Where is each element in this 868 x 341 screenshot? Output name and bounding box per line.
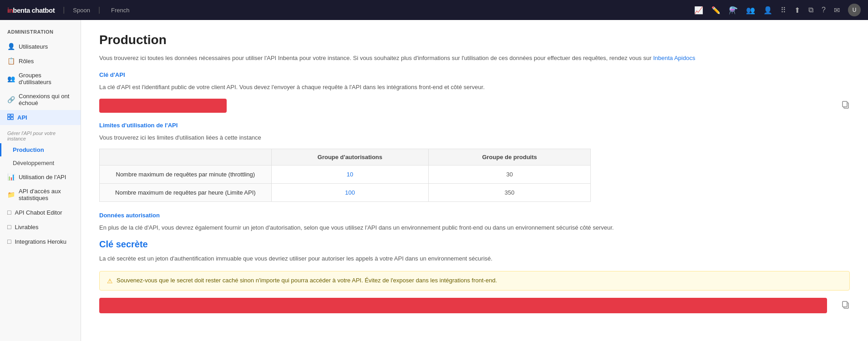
- svg-rect-2: [8, 117, 10, 120]
- layers-nav-icon[interactable]: ⧉: [808, 6, 813, 14]
- table-cell-auth-2: 100: [271, 184, 428, 202]
- nav-icon-group: 📈 ✏️ ⚗️ 👥 👤 ⠿ ⬆ ⧉ ? ✉ U: [694, 4, 861, 16]
- api-key-value: [99, 99, 227, 113]
- integrations-icon: □: [7, 238, 11, 245]
- svg-rect-0: [8, 114, 10, 116]
- sidebar-item-utilisation[interactable]: 📊 Utilisation de l'API: [0, 170, 81, 184]
- secret-key-bar: [99, 298, 850, 313]
- auth-desc: En plus de la clé d'API, vous devrez éga…: [99, 223, 850, 233]
- help-nav-icon[interactable]: ?: [822, 6, 826, 14]
- utilisation-icon: 📊: [7, 173, 15, 181]
- limits-desc: Vous trouverez ici les limites d'utilisa…: [99, 133, 850, 143]
- top-navigation: inbenta chatbot | Spoon | French 📈 ✏️ ⚗️…: [0, 0, 868, 20]
- table-cell-label-1: Nombre maximum de requêtes par minute (t…: [100, 165, 272, 184]
- sidebar-item-label: API: [17, 114, 27, 121]
- sidebar-item-label: API Chabot Editor: [15, 209, 62, 216]
- sidebar-item-integrations[interactable]: □ Integrations Heroku: [0, 234, 81, 249]
- sidebar-item-api-chatbot[interactable]: □ API Chabot Editor: [0, 205, 81, 220]
- sidebar: ADMINISTRATION 👤 Utilisateurs 📋 Rôles 👥 …: [0, 20, 81, 341]
- sidebar-sub-item-production[interactable]: Production: [0, 143, 81, 156]
- table-col-prod: Groupe de produits: [428, 149, 590, 165]
- limits-heading: Limites d'utilisation de l'API: [99, 122, 850, 129]
- api-key-desc: La clé d'API est l'identifiant public de…: [99, 83, 850, 92]
- sidebar-item-utilisateurs[interactable]: 👤 Utilisateurs: [0, 39, 81, 54]
- copy-api-key-button[interactable]: [842, 100, 850, 110]
- person-nav-icon[interactable]: 👤: [763, 6, 772, 15]
- page-title: Production: [99, 33, 850, 47]
- user-avatar[interactable]: U: [848, 4, 861, 16]
- upload-nav-icon[interactable]: ⬆: [794, 6, 800, 15]
- utilisateurs-icon: 👤: [7, 43, 15, 50]
- svg-rect-1: [11, 114, 13, 116]
- roles-icon: 📋: [7, 57, 15, 65]
- warning-box: ⚠ Souvenez-vous que le secret doit reste…: [99, 271, 850, 291]
- table-row: Nombre maximum de requêtes par minute (t…: [100, 165, 591, 184]
- warning-icon: ⚠: [107, 277, 113, 285]
- brand-logo-area: inbenta chatbot | Spoon | French: [7, 6, 130, 14]
- table-cell-prod-2: 350: [428, 184, 590, 202]
- api-key-bar: [99, 99, 850, 113]
- sidebar-item-livrables[interactable]: □ Livrables: [0, 220, 81, 234]
- flask-icon[interactable]: ⚗️: [729, 6, 738, 15]
- grid-nav-icon[interactable]: ⠿: [781, 6, 786, 15]
- sidebar-item-label: Rôles: [19, 58, 34, 65]
- apidocs-link[interactable]: Inbenta Apidocs: [653, 55, 695, 61]
- sidebar-item-label: Groupes d'utilisateurs: [19, 72, 73, 85]
- api-key-heading: Clé d'API: [99, 71, 850, 78]
- api-chatbot-icon: □: [7, 209, 11, 216]
- sidebar-item-connexions[interactable]: 🔗 Connexions qui ont échoué: [0, 89, 81, 110]
- livrables-icon: □: [7, 223, 11, 231]
- copy-secret-key-button[interactable]: [842, 301, 850, 311]
- table-cell-prod-1: 30: [428, 165, 590, 184]
- auth-heading: Données autorisation: [99, 212, 850, 219]
- table-cell-label-2: Nombre maximum de requêtes par heure (Li…: [100, 184, 272, 202]
- nav-divider: |: [63, 6, 65, 14]
- sidebar-item-api[interactable]: API: [0, 110, 81, 125]
- sidebar-item-label: Connexions qui ont échoué: [19, 93, 73, 106]
- sidebar-sub-section-label: Gérer l'API pour votre instance: [0, 125, 81, 143]
- connexions-icon: 🔗: [7, 96, 15, 103]
- mail-nav-icon[interactable]: ✉: [834, 6, 840, 15]
- chart-icon[interactable]: 📈: [694, 6, 703, 15]
- sidebar-item-api-acces[interactable]: 📁 API d'accès aux statistiques: [0, 184, 81, 205]
- main-layout: ADMINISTRATION 👤 Utilisateurs 📋 Rôles 👥 …: [0, 20, 868, 341]
- language-selector[interactable]: French: [111, 7, 129, 14]
- svg-rect-5: [843, 101, 847, 107]
- sidebar-sub-item-developpement[interactable]: Développement: [0, 156, 81, 170]
- sidebar-item-roles[interactable]: 📋 Rôles: [0, 54, 81, 68]
- sidebar-title: ADMINISTRATION: [0, 25, 81, 39]
- sidebar-item-groupes[interactable]: 👥 Groupes d'utilisateurs: [0, 68, 81, 89]
- svg-rect-7: [843, 301, 847, 307]
- groupes-icon: 👥: [7, 75, 15, 82]
- sidebar-item-label: Utilisation de l'API: [19, 174, 66, 181]
- secret-key-value: [99, 298, 827, 313]
- sidebar-item-label: API d'accès aux statistiques: [19, 188, 73, 201]
- main-content: Production Vous trouverez ici toutes les…: [81, 20, 868, 341]
- api-icon: [7, 114, 14, 121]
- secret-key-heading: Clé secrète: [99, 239, 850, 250]
- intro-text: Vous trouverez ici toutes les données né…: [99, 54, 850, 63]
- svg-rect-3: [11, 117, 13, 120]
- table-col-auth: Groupe d'autorisations: [271, 149, 428, 165]
- secret-key-desc: La clé secrète est un jeton d'authentifi…: [99, 254, 850, 264]
- nav-divider2: |: [98, 6, 100, 14]
- brand-logo: inbenta chatbot: [7, 6, 55, 14]
- edit-icon[interactable]: ✏️: [711, 6, 721, 15]
- table-row: Nombre maximum de requêtes par heure (Li…: [100, 184, 591, 202]
- sidebar-item-label: Utilisateurs: [19, 43, 48, 50]
- warning-text: Souvenez-vous que le secret doit rester …: [117, 277, 497, 284]
- table-col-empty: [100, 149, 272, 165]
- instance-name: Spoon: [73, 7, 90, 14]
- limits-table: Groupe d'autorisations Groupe de produit…: [99, 149, 591, 202]
- sidebar-item-label: Livrables: [15, 224, 38, 231]
- sidebar-item-label: Integrations Heroku: [15, 238, 66, 245]
- users-nav-icon[interactable]: 👥: [746, 6, 755, 15]
- table-cell-auth-1: 10: [271, 165, 428, 184]
- api-acces-icon: 📁: [7, 191, 15, 198]
